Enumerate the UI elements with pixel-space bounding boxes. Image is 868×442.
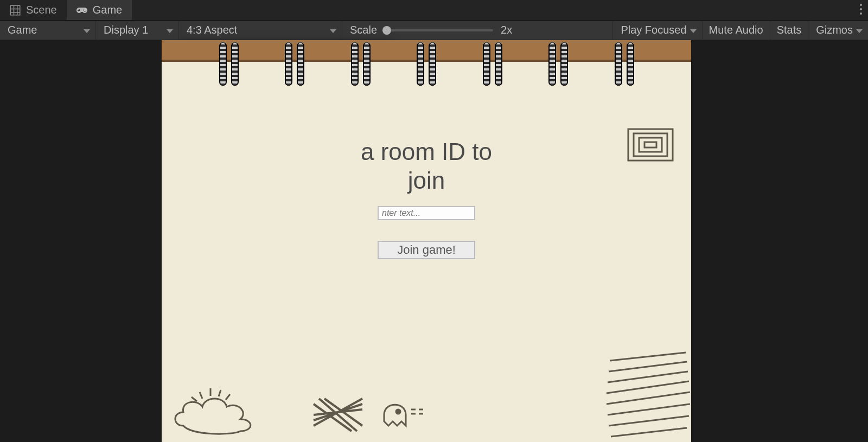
doodle-hatch-icon [604,350,691,442]
render-mode-dropdown[interactable]: Game [0,21,95,40]
game-toolbar: Game Display 1 4:3 Aspect ✓ Low Resoluti… [0,21,868,40]
scale-slider[interactable] [385,29,493,31]
mute-audio-toggle[interactable]: Mute Audio [703,21,770,40]
game-viewport: a room ID to join Join game! [162,40,691,442]
notepad-background: a room ID to join Join game! [162,40,691,442]
join-game-button[interactable]: Join game! [378,241,475,259]
game-viewport-container: a room ID to join Join game! [0,40,868,442]
slider-knob[interactable] [382,26,391,35]
svg-point-0 [860,4,862,6]
stats-label: Stats [777,24,802,36]
tab-scene-label: Scene [26,4,57,16]
mute-audio-label: Mute Audio [709,24,763,36]
display-label: Display 1 [104,24,148,36]
doodle-ghost-icon [368,388,438,431]
play-focus-label: Play Focused [621,24,686,36]
gamepad-icon [76,5,87,16]
scale-label: Scale [350,24,377,36]
stats-toggle[interactable]: Stats [770,21,808,40]
doodle-cloud-icon [173,377,265,437]
tab-game-label: Game [93,4,122,16]
tab-game[interactable]: Game [67,0,132,20]
scale-value: 2x [501,24,512,36]
join-room-heading: a room ID to join [162,138,691,195]
svg-point-7 [396,409,400,414]
svg-rect-6 [644,142,656,148]
doodle-scratch-icon [308,393,373,437]
play-focus-dropdown[interactable]: Play Focused [613,21,701,40]
aspect-dropdown[interactable]: 4:3 Aspect ✓ Low Resolution Aspect Ratio… [179,21,342,40]
notepad-rings [162,40,691,89]
display-dropdown[interactable]: Display 1 [96,21,178,40]
gizmos-dropdown[interactable]: Gizmos [808,21,868,40]
room-id-input[interactable] [378,206,475,220]
gizmos-label: Gizmos [816,24,853,36]
grid-icon [10,5,21,16]
tab-scene[interactable]: Scene [0,0,67,20]
doodle-spiral-icon [626,127,675,165]
render-mode-label: Game [8,24,37,36]
more-vertical-icon [859,3,863,17]
svg-point-1 [860,8,862,10]
svg-point-2 [860,12,862,15]
tab-options-button[interactable] [859,0,863,20]
scale-control: Scale 2x [342,21,520,40]
tab-bar: Scene Game [0,0,868,21]
aspect-selected-label: 4:3 Aspect [187,24,237,36]
svg-rect-5 [639,138,662,152]
